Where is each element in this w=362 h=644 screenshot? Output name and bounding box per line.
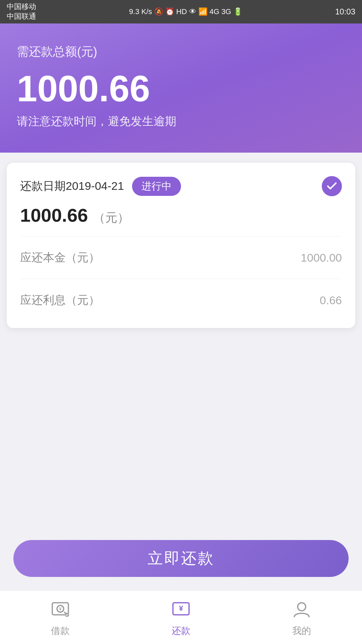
interest-label: 应还利息（元） xyxy=(20,292,100,308)
signal-icons: 🔕 ⏰ HD 👁 📶 4G 3G 🔋 xyxy=(154,7,242,16)
status-right: 10:03 xyxy=(335,7,355,16)
hero-notice: 请注意还款时间，避免发生逾期 xyxy=(17,114,345,129)
svg-text:¥: ¥ xyxy=(59,606,62,611)
card-total-unit: （元） xyxy=(93,211,129,224)
card-divider xyxy=(20,236,342,236)
principal-row: 应还本金（元） 1000.00 xyxy=(20,243,342,272)
repay-button[interactable]: 立即还款 xyxy=(13,540,349,577)
carrier1: 中国移动 xyxy=(7,2,36,12)
hero-amount: 1000.66 xyxy=(17,70,345,107)
card-header: 还款日期2019-04-21 进行中 xyxy=(20,176,342,196)
nav-label-repay: 还款 xyxy=(172,625,190,637)
card-total-amount: 1000.66 （元） xyxy=(20,204,342,226)
hero-section: 需还款总额(元) 1000.66 请注意还款时间，避免发生逾期 xyxy=(0,23,362,153)
carrier2: 中国联通 xyxy=(7,12,36,21)
nav-item-repay[interactable]: ¥ 还款 xyxy=(121,598,241,637)
check-icon xyxy=(322,176,342,196)
interest-value: 0.66 xyxy=(320,294,342,307)
status-center: 9.3 K/s 🔕 ⏰ HD 👁 📶 4G 3G 🔋 xyxy=(129,7,242,16)
network-speed: 9.3 K/s xyxy=(129,7,152,16)
bottom-action: 立即还款 xyxy=(0,530,362,590)
card-divider2 xyxy=(20,279,342,279)
svg-text:¥: ¥ xyxy=(179,604,183,612)
repayment-card: 还款日期2019-04-21 进行中 1000.66 （元） 应还本金（元） 1… xyxy=(7,163,355,328)
repay-icon: ¥ xyxy=(169,598,193,621)
time-display: 10:03 xyxy=(335,7,355,16)
status-bar: 中国移动 中国联通 9.3 K/s 🔕 ⏰ HD 👁 📶 4G 3G 🔋 10:… xyxy=(0,0,362,23)
nav-label-mine: 我的 xyxy=(292,625,311,637)
repayment-date: 还款日期2019-04-21 xyxy=(20,178,124,194)
interest-row: 应还利息（元） 0.66 xyxy=(20,286,342,315)
status-badge: 进行中 xyxy=(132,177,181,196)
carrier-info: 中国移动 中国联通 xyxy=(7,2,36,21)
card-header-left: 还款日期2019-04-21 进行中 xyxy=(20,177,181,196)
nav-item-mine[interactable]: 我的 xyxy=(241,598,362,637)
bottom-nav: ¥ 借款 ¥ 还款 我的 xyxy=(0,590,362,644)
nav-item-borrow[interactable]: ¥ 借款 xyxy=(0,598,121,637)
nav-label-borrow: 借款 xyxy=(51,625,70,637)
svg-point-6 xyxy=(298,603,306,611)
mine-icon xyxy=(290,598,313,621)
main-content: 还款日期2019-04-21 进行中 1000.66 （元） 应还本金（元） 1… xyxy=(0,153,362,530)
hero-subtitle: 需还款总额(元) xyxy=(17,44,345,60)
principal-label: 应还本金（元） xyxy=(20,250,100,265)
principal-value: 1000.00 xyxy=(301,251,342,264)
borrow-icon: ¥ xyxy=(49,598,72,621)
